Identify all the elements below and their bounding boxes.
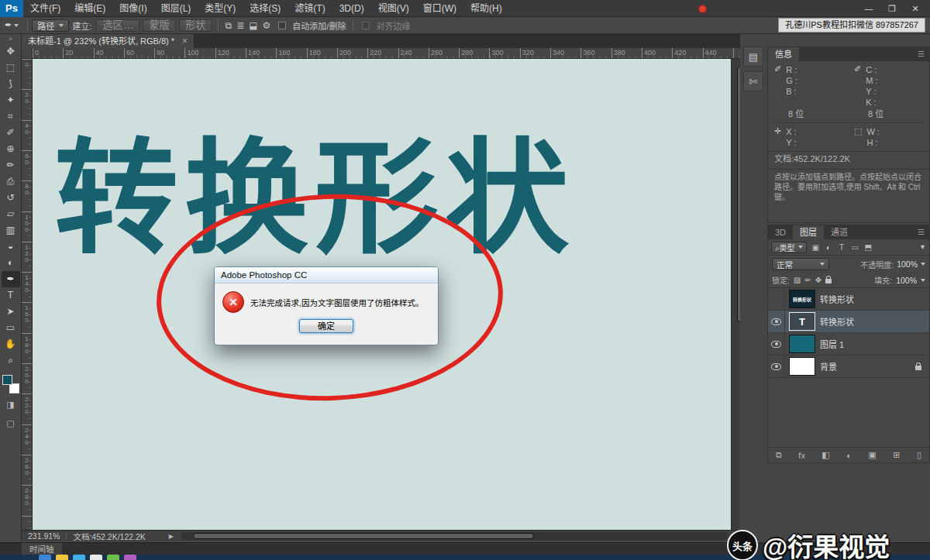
rectangle-tool[interactable]: ▭ (2, 320, 20, 336)
screen-mode-button[interactable]: ▢ (2, 415, 20, 431)
menu-item-type[interactable]: 类型(Y) (198, 0, 243, 17)
rectangular-marquee-tool[interactable]: ⬚ (2, 60, 20, 76)
layer-group-icon[interactable]: ▣ (868, 450, 876, 460)
taskbar-app-icon-1[interactable] (56, 555, 68, 560)
make-shape-button[interactable]: 形状 (179, 19, 212, 32)
taskbar-app-icon-0[interactable] (39, 555, 51, 560)
tool-mode-dropdown[interactable]: 路径 (32, 19, 69, 32)
layer-thumbnail[interactable]: 转换形状 (789, 290, 815, 308)
filter-pixel-layers-icon[interactable]: ▣ (810, 243, 822, 252)
tab-layers[interactable]: 图层 (793, 225, 824, 239)
minimize-button[interactable]: — (857, 0, 880, 17)
filter-smart-objects-icon[interactable]: ⬒ (863, 243, 874, 252)
text-layer-thumbnail[interactable]: T (789, 312, 815, 331)
taskbar-app-icon-2[interactable] (73, 555, 85, 560)
layer-style-icon[interactable]: fx (798, 451, 805, 460)
taskbar-app-icon-4[interactable] (107, 555, 119, 560)
visibility-toggle[interactable] (768, 311, 785, 332)
lasso-tool[interactable]: ⟆ (2, 76, 20, 92)
tab-channels[interactable]: 通道 (824, 225, 855, 239)
quick-selection-tool[interactable]: ✦ (2, 92, 20, 108)
menu-item-3d[interactable]: 3D(D) (332, 0, 371, 17)
move-tool[interactable]: ✥ (2, 43, 20, 60)
path-arrangement-icon[interactable]: ⬓ (249, 20, 257, 31)
filter-adjustment-layers-icon[interactable]: ◐ (823, 243, 835, 252)
crop-tool[interactable]: ⌗ (2, 108, 20, 125)
layer-name[interactable]: 转换形状 (820, 315, 854, 328)
layer-row-layer1[interactable]: 图层 1 (768, 333, 929, 356)
horizontal-scrollbar-thumb[interactable] (193, 533, 534, 539)
lock-transparency-icon[interactable]: ▨ (794, 276, 801, 284)
layer-row-background[interactable]: 背景 (768, 356, 929, 378)
make-selection-button[interactable]: 选区… (96, 19, 140, 32)
vertical-scrollbar[interactable] (731, 59, 740, 530)
layer-name[interactable]: 转换形状 (820, 293, 854, 305)
tab-info[interactable]: 信息 (768, 47, 799, 61)
dodge-tool[interactable]: ◐ (2, 255, 20, 271)
collapsed-panel-tools-icon[interactable]: ✄ (743, 71, 763, 91)
current-tool-button[interactable]: ✒ (0, 20, 23, 30)
visibility-toggle[interactable] (768, 356, 785, 377)
link-layers-icon[interactable]: ⧉ (776, 450, 782, 460)
chevron-down-icon[interactable] (921, 263, 925, 266)
layer-row-shape[interactable]: 转换形状 转换形状 (768, 288, 929, 311)
tab-3d[interactable]: 3D (768, 225, 793, 239)
layer-name[interactable]: 背景 (820, 360, 837, 373)
menu-item-help[interactable]: 帮助(H) (463, 0, 509, 17)
path-alignment-icon[interactable]: ≣ (236, 20, 244, 31)
background-thumbnail[interactable] (789, 357, 815, 376)
path-selection-tool[interactable]: ➤ (2, 304, 20, 320)
panel-menu-icon[interactable]: ☰ (918, 225, 929, 239)
tab-timeline[interactable]: 时间轴 (22, 543, 62, 555)
zoom-level-field[interactable]: 231.91% (28, 531, 60, 541)
visibility-toggle[interactable] (768, 333, 785, 355)
history-brush-tool[interactable]: ↺ (2, 190, 20, 206)
opacity-value[interactable]: 100% (897, 259, 918, 269)
layer-mask-icon[interactable]: ◧ (822, 450, 829, 460)
adjustment-layer-icon[interactable]: ◐ (846, 451, 852, 460)
panel-menu-icon[interactable]: ☰ (918, 47, 929, 61)
tab-close-icon[interactable]: × (182, 34, 188, 48)
menu-item-layer[interactable]: 图层(L) (154, 0, 198, 17)
filter-toggle-icon[interactable]: ▼ (919, 243, 926, 251)
blend-mode-dropdown[interactable]: 正常 (772, 258, 829, 270)
taskbar-app-icon-3[interactable] (90, 555, 102, 560)
ok-button[interactable]: 确定 (299, 319, 353, 333)
spot-healing-brush-tool[interactable]: ⊕ (2, 141, 20, 157)
foreground-color-swatch[interactable] (2, 375, 12, 385)
make-mask-button[interactable]: 蒙版 (143, 19, 176, 32)
eyedropper-tool[interactable]: ✐ (2, 125, 20, 141)
delete-layer-icon[interactable]: ▯ (917, 450, 921, 460)
horizontal-scrollbar[interactable] (181, 532, 728, 540)
fill-value[interactable]: 100% (896, 276, 917, 285)
menu-item-window[interactable]: 窗口(W) (416, 0, 463, 17)
status-flyout-arrow-icon[interactable]: ▶ (169, 533, 174, 540)
menu-item-select[interactable]: 选择(S) (243, 0, 288, 17)
gear-icon[interactable]: ⚙ (263, 20, 271, 31)
visibility-toggle[interactable] (768, 288, 785, 310)
menu-item-file[interactable]: 文件(F) (23, 0, 67, 17)
lock-pixels-icon[interactable]: ✏ (804, 276, 811, 284)
blur-tool[interactable]: ◒ (2, 239, 20, 255)
lock-all-icon[interactable] (825, 279, 832, 283)
menu-item-view[interactable]: 视图(V) (371, 0, 416, 17)
gradient-tool[interactable]: ▥ (2, 222, 20, 239)
new-layer-icon[interactable]: ⊞ (893, 450, 900, 460)
menu-item-image[interactable]: 图像(I) (112, 0, 153, 17)
filter-type-layers-icon[interactable]: T (836, 243, 848, 252)
lock-position-icon[interactable]: ✥ (815, 276, 822, 284)
clone-stamp-tool[interactable]: ⎙ (2, 173, 20, 190)
type-tool[interactable]: T (2, 287, 20, 304)
chevron-down-icon[interactable] (921, 279, 925, 282)
hand-tool[interactable]: ✋ (2, 336, 20, 352)
path-operations-icon[interactable]: ⧉ (226, 20, 232, 31)
zoom-tool[interactable]: ⌕ (2, 352, 20, 369)
brush-tool[interactable]: ✏ (2, 157, 20, 173)
restore-button[interactable]: ❐ (880, 0, 904, 17)
collapsed-panel-layers-icon[interactable]: ▤ (743, 46, 763, 67)
taskbar-app-icon-5[interactable] (124, 555, 136, 560)
eraser-tool[interactable]: ▱ (2, 206, 20, 222)
auto-add-delete-checkbox[interactable] (278, 22, 286, 29)
close-button[interactable]: ✕ (904, 0, 927, 17)
dialog-title-bar[interactable]: Adobe Photoshop CC (215, 267, 438, 283)
